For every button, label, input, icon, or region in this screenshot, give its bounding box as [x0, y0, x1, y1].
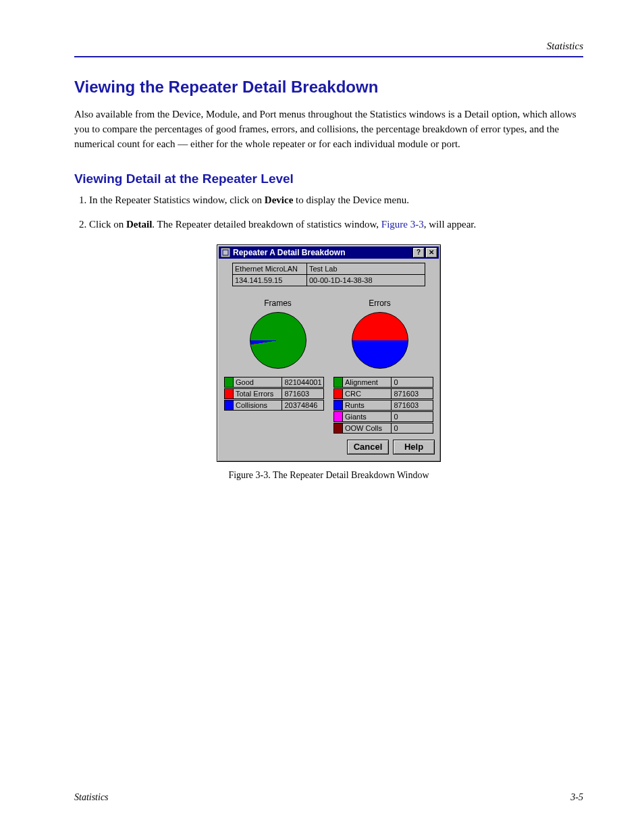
device-info-table: Ethernet MicroLAN Test Lab 134.141.59.15… [232, 263, 425, 286]
legend-name: Giants [343, 411, 392, 422]
legend-value: 0 [392, 423, 433, 434]
running-head: Statistics [74, 41, 583, 52]
legend-row: Collisions20374846 [224, 400, 324, 411]
system-menu-icon[interactable] [220, 247, 231, 258]
cancel-button[interactable]: Cancel [347, 440, 389, 454]
titlebar-help-button[interactable]: ? [412, 247, 425, 258]
screenshot-dialog: Repeater A Detail Breakdown ? ✕ Ethernet… [217, 244, 441, 462]
legend-row: Alignment0 [333, 377, 433, 388]
location-cell: Test Lab [307, 263, 425, 274]
result-pre: The Repeater detailed breakdown of stati… [157, 219, 381, 230]
errors-pie-chart [352, 312, 408, 369]
dialog-body: Ethernet MicroLAN Test Lab 134.141.59.15… [219, 259, 439, 460]
legend-swatch [224, 400, 234, 411]
legend-swatch [333, 411, 343, 422]
frames-pie-chart [250, 312, 306, 369]
legend-name: Total Errors [234, 388, 282, 399]
errors-chart-column: Errors [352, 298, 408, 369]
footer-right: 3-5 [570, 792, 583, 803]
step-item: Click on Detail. The Repeater detailed b… [89, 217, 583, 232]
figure-link[interactable]: Figure 3-3 [381, 219, 424, 230]
errors-chart-label: Errors [352, 298, 408, 308]
errors-legend: Alignment0CRC871603Runts871603Giants0OOW… [333, 377, 433, 434]
result-post: , will appear. [424, 219, 476, 230]
legend-row: Runts871603 [333, 400, 433, 411]
legend-value: 20374846 [282, 400, 324, 411]
page: Statistics Viewing the Repeater Detail B… [0, 0, 644, 834]
step-item: In the Repeater Statistics window, click… [89, 193, 583, 208]
legend-swatch [333, 388, 343, 399]
legend-swatch [333, 423, 343, 434]
table-row: Ethernet MicroLAN Test Lab [233, 263, 425, 274]
section-heading: Viewing the Repeater Detail Breakdown [74, 78, 583, 97]
legend-row: CRC871603 [333, 388, 433, 399]
legend-name: CRC [343, 388, 392, 399]
ip-cell: 134.141.59.15 [233, 274, 307, 286]
titlebar: Repeater A Detail Breakdown ? ✕ [219, 246, 439, 259]
frames-chart-label: Frames [250, 298, 306, 308]
figure-caption: Figure 3-3. The Repeater Detail Breakdow… [74, 470, 583, 481]
footer-left: Statistics [74, 792, 109, 803]
legend-row: Total Errors871603 [224, 388, 324, 399]
legend-name: Alignment [343, 377, 392, 388]
device-name-cell: Ethernet MicroLAN [233, 263, 307, 274]
dialog-title: Repeater A Detail Breakdown [233, 248, 412, 257]
legend-value: 0 [392, 411, 433, 422]
legend-swatch [224, 377, 234, 388]
legend-name: Collisions [234, 400, 282, 411]
legend-name: Good [234, 377, 282, 388]
frames-chart-column: Frames [250, 298, 306, 369]
legend-value: 0 [392, 377, 433, 388]
legend-swatch [333, 377, 343, 388]
legend-name: Runts [343, 400, 392, 411]
legend-swatch [333, 400, 343, 411]
legend-row: OOW Colls0 [333, 423, 433, 434]
svg-rect-0 [221, 248, 230, 257]
intro-paragraph: Also available from the Device, Module, … [74, 107, 583, 151]
top-rule [74, 56, 583, 57]
page-footer: Statistics 3-5 [74, 792, 583, 803]
subsection-heading: Viewing Detail at the Repeater Level [74, 172, 583, 186]
frames-legend: Good821044001Total Errors871603Collision… [224, 377, 324, 434]
charts-row: Frames Errors [227, 298, 431, 369]
legends-row: Good821044001Total Errors871603Collision… [224, 377, 433, 434]
legend-row: Good821044001 [224, 377, 324, 388]
steps-list: In the Repeater Statistics window, click… [89, 193, 583, 232]
legend-value: 821044001 [282, 377, 324, 388]
figure-number: Figure 3-3. [228, 470, 270, 480]
legend-swatch [224, 388, 234, 399]
table-row: 134.141.59.15 00-00-1D-14-38-38 [233, 274, 425, 286]
titlebar-close-button[interactable]: ✕ [425, 247, 437, 258]
legend-value: 871603 [282, 388, 324, 399]
help-button[interactable]: Help [393, 440, 435, 454]
figure-caption-text: The Repeater Detail Breakdown Window [273, 470, 429, 480]
dialog-button-row: Cancel Help [223, 440, 435, 454]
legend-row: Giants0 [333, 411, 433, 422]
legend-value: 871603 [392, 400, 433, 411]
mac-cell: 00-00-1D-14-38-38 [307, 274, 425, 286]
dialog-frame: Repeater A Detail Breakdown ? ✕ Ethernet… [217, 244, 441, 462]
legend-name: OOW Colls [343, 423, 392, 434]
legend-value: 871603 [392, 388, 433, 399]
